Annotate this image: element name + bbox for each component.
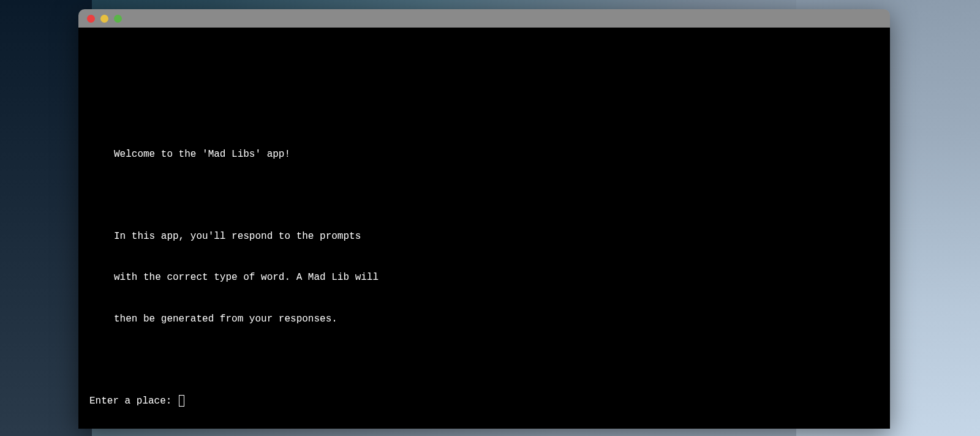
output-line: with the correct type of word. A Mad Lib… — [89, 271, 879, 284]
output-line: In this app, you'll respond to the promp… — [89, 230, 879, 243]
minimize-icon[interactable] — [100, 15, 108, 23]
window-title-bar[interactable] — [78, 9, 890, 28]
prompt-text: Enter a place: — [89, 394, 178, 408]
maximize-icon[interactable] — [114, 15, 122, 23]
cursor-icon — [179, 395, 184, 407]
terminal-content[interactable]: Welcome to the 'Mad Libs' app! In this a… — [78, 28, 890, 429]
output-line: then be generated from your responses. — [89, 312, 879, 326]
terminal-window: Welcome to the 'Mad Libs' app! In this a… — [78, 9, 890, 429]
input-prompt-line[interactable]: Enter a place: — [89, 394, 879, 408]
output-line: Welcome to the 'Mad Libs' app! — [89, 148, 879, 161]
close-icon[interactable] — [87, 15, 95, 23]
